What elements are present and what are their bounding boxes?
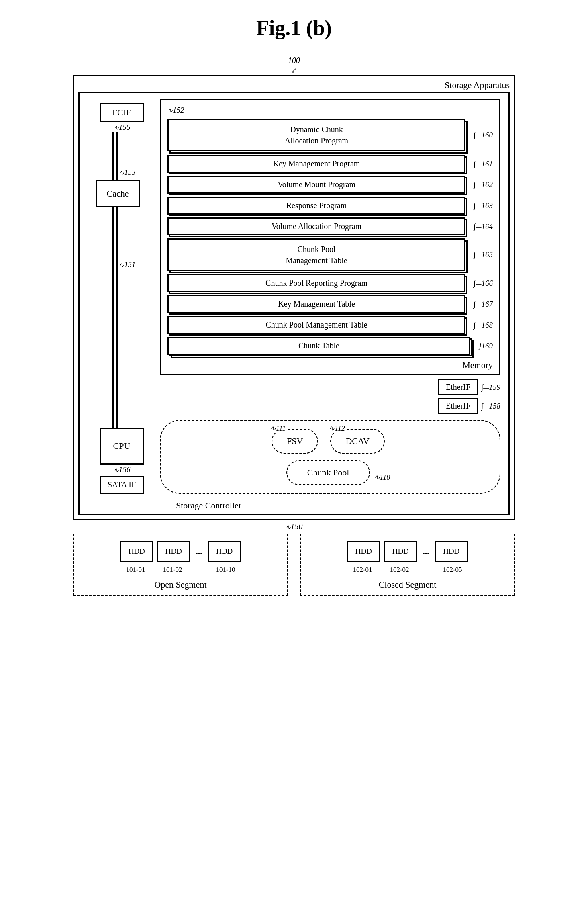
ref-150: ∿150 (73, 522, 515, 531)
memory-label: Memory (462, 360, 493, 371)
bus-area: ∿153 Cache ∿151 (108, 132, 128, 452)
prog-box-4: Volume Allocation Program (167, 217, 466, 235)
cache-box: Cache (96, 180, 140, 207)
prog-row-8: Chunk Pool Management Table ∫—168 (167, 316, 493, 334)
prog-stack-5: Chunk PoolManagement Table (167, 238, 466, 271)
ref-156: ∿156 (114, 465, 131, 474)
ether-box-1: EtherIF (438, 379, 478, 395)
prog-box-5: Chunk PoolManagement Table (167, 238, 466, 271)
prog-row-6: Chunk Pool Reporting Program ∫—166 (167, 274, 493, 292)
ref-110: ∿110 (374, 473, 390, 482)
prog-row-5: Chunk PoolManagement Table ∫—165 (167, 238, 493, 271)
left-column: FCIF ∿155 ∿153 (84, 99, 160, 494)
prog-box-0: Dynamic ChunkAllocation Program (167, 119, 466, 151)
closed-segment-group: HDD HDD ... HDD 102-01 102-02 102-05 Clo… (300, 534, 515, 596)
ref-155: ∿155 (114, 123, 131, 132)
ref-160: ∫—160 (474, 131, 493, 139)
hdd-label-open-1: 101-01 (119, 566, 152, 574)
hdd-closed-2: HDD (384, 541, 417, 562)
chunk-pool-container: Chunk Pool ∿110 (286, 460, 370, 485)
prog-stack-6: Chunk Pool Reporting Program (167, 274, 466, 292)
ref-162: ∫—162 (474, 180, 493, 189)
storage-apparatus-label: Storage Apparatus (78, 80, 510, 90)
prog-stack-3: Response Program (167, 197, 466, 215)
ref-167: ∫—167 (474, 300, 493, 309)
prog-stack-0: Dynamic ChunkAllocation Program (167, 119, 466, 151)
ref-168: ∫—168 (474, 321, 493, 330)
ref-159: ∫—159 (481, 383, 500, 392)
ether-box-2: EtherIF (438, 398, 478, 414)
hdd-label-open-3: 101-10 (209, 566, 242, 574)
prog-box-7: Key Management Table (167, 295, 466, 313)
ether-row-2: EtherIF ∫—158 (438, 398, 500, 414)
dots-closed: ... (421, 546, 431, 557)
prog-box-8: Chunk Pool Management Table (167, 316, 466, 334)
prog-stack-1: Key Management Program (167, 155, 466, 173)
chunk-pool-row: Chunk Pool ∿110 (169, 460, 488, 485)
prog-box-3: Response Program (167, 197, 466, 215)
hdd-labels-open: 101-01 101-02 101-10 (119, 566, 242, 574)
ref-158: ∫—158 (481, 402, 500, 411)
hdd-closed-1: HDD (347, 541, 380, 562)
prog-box-6: Chunk Pool Reporting Program (167, 274, 466, 292)
ref-100: 100 (73, 56, 515, 65)
ref-100-arrow: ↙ (73, 66, 515, 75)
ref-166: ∫—166 (474, 279, 493, 288)
closed-segment-label: Closed Segment (379, 579, 437, 590)
prog-row-1: Key Management Program ∫—161 (167, 155, 493, 173)
hdd-row-open: HDD HDD ... HDD (120, 541, 241, 562)
ref-163: ∫—163 (474, 201, 493, 210)
fsv-container: ∿111 FSV (272, 429, 318, 454)
diagram-wrapper: 100 ↙ Storage Apparatus Storage Controll… (73, 56, 515, 596)
hdd-row-closed: HDD HDD ... HDD (347, 541, 468, 562)
hdd-label-closed-2: 102-02 (383, 566, 416, 574)
ref-164: ∫—164 (474, 222, 493, 231)
ether-row-1: EtherIF ∫—159 (438, 379, 500, 395)
prog-row-7: Key Management Table ∫—167 (167, 295, 493, 313)
prog-row-3: Response Program ∫—163 (167, 197, 493, 215)
page: Fig.1 (b) 100 ↙ Storage Apparatus Storag… (0, 0, 588, 911)
prog-row-2: Volume Mount Program ∫—162 (167, 176, 493, 194)
prog-stack-8: Chunk Pool Management Table (167, 316, 466, 334)
storage-controller-box: Storage Controller FCIF ∿155 (78, 92, 510, 515)
ref-151: ∿151 (119, 260, 136, 269)
storage-apparatus-box: Storage Apparatus Storage Controller FCI… (73, 75, 515, 520)
right-column: ∿152 Dynamic ChunkAllocation Program ∫—1… (160, 99, 504, 494)
chunk-pool-oval: Chunk Pool (286, 460, 370, 485)
storage-controller-label: Storage Controller (176, 500, 241, 511)
virtual-vols-section: ∿111 FSV ∿112 DCAV (160, 420, 500, 494)
ref-152: ∿152 (167, 106, 493, 115)
prog-box-1: Key Management Program (167, 155, 466, 173)
sc-inner: FCIF ∿155 ∿153 (84, 99, 504, 494)
hdd-open-2: HDD (157, 541, 190, 562)
prog-stack-7: Key Management Table (167, 295, 466, 313)
memory-block: ∿152 Dynamic ChunkAllocation Program ∫—1… (160, 99, 500, 375)
prog-row-4: Volume Allocation Program ∫—164 (167, 217, 493, 235)
prog-row-0: Dynamic ChunkAllocation Program ∫—160 (167, 119, 493, 151)
prog-stack-2: Volume Mount Program (167, 176, 466, 194)
ref-165: ∫—165 (474, 250, 493, 259)
ref-169: }169 (478, 342, 493, 350)
figure-title: Fig.1 (b) (256, 16, 332, 40)
ref-161: ∫—161 (474, 160, 493, 168)
hdd-section: HDD HDD ... HDD 101-01 101-02 101-10 Ope… (73, 534, 515, 596)
prog-row-9: Chunk Table }169 (167, 337, 493, 355)
dcav-container: ∿112 DCAV (330, 429, 385, 454)
ether-section: EtherIF ∫—159 EtherIF ∫—158 (160, 379, 500, 414)
cpu-box: CPU (100, 428, 144, 465)
sata-box: SATA IF (100, 476, 144, 494)
hdd-label-closed-1: 102-01 (346, 566, 379, 574)
hdd-open-1: HDD (120, 541, 153, 562)
dots-open: ... (194, 546, 204, 557)
fcif-box: FCIF (100, 103, 144, 122)
prog-box-9: Chunk Table (167, 337, 470, 355)
ref-112: ∿112 (327, 424, 347, 433)
open-segment-group: HDD HDD ... HDD 101-01 101-02 101-10 Ope… (73, 534, 288, 596)
hdd-open-3: HDD (208, 541, 241, 562)
hdd-label-closed-3: 102-05 (436, 566, 469, 574)
virt-top-row: ∿111 FSV ∿112 DCAV (169, 429, 488, 454)
hdd-closed-3: HDD (435, 541, 468, 562)
prog-stack-4: Volume Allocation Program (167, 217, 466, 235)
open-segment-label: Open Segment (154, 579, 206, 590)
ref-111: ∿111 (268, 424, 287, 433)
